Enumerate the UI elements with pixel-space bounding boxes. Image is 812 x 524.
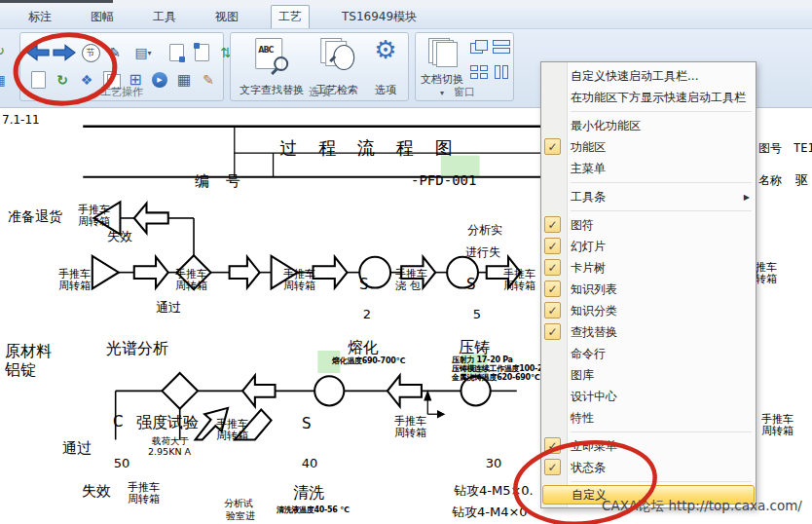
check-icon: ✓ — [544, 281, 561, 297]
doc-export-icon — [169, 44, 184, 61]
lab-note-2: 验室进 — [226, 509, 255, 523]
menu-item[interactable]: 命令行 — [541, 343, 756, 364]
menu-item[interactable]: 主菜单 — [541, 158, 756, 179]
flow-label-c: C — [113, 413, 123, 430]
clipped-refresh-icon[interactable]: ↻ — [0, 41, 9, 60]
node-number: 2 — [357, 307, 377, 321]
menu-item[interactable]: ✓查找替换 — [541, 321, 756, 343]
menu-separator — [541, 429, 756, 435]
tab-5[interactable]: 工艺 — [271, 5, 310, 28]
number-value: -PFD-001 — [411, 172, 476, 188]
tab-1[interactable]: 标注 — [21, 6, 58, 28]
nav-forward-button[interactable] — [53, 41, 76, 64]
node-number: 30 — [482, 456, 505, 470]
menu-item-label: 卡片树 — [571, 261, 606, 275]
cascade-windows-button[interactable] — [470, 40, 489, 55]
magnifier-icon — [274, 56, 288, 71]
cart-box-label: 手推车周转箱 — [175, 269, 207, 292]
cart-box-label: 手推车周转箱 — [58, 269, 91, 292]
menu-item-label: 图符 — [571, 218, 594, 232]
menu-item[interactable]: ✓幻灯片 — [541, 236, 756, 257]
tab-2[interactable]: 图幅 — [84, 6, 121, 28]
tile-grid-button[interactable] — [470, 65, 489, 80]
dropdown-icon: ▾ — [148, 49, 152, 57]
stamp-edit-button[interactable]: ▤ ▾ — [127, 41, 160, 64]
menu-item[interactable]: 工具条▶ — [541, 186, 756, 207]
drawing-title: 过 程 流 程 图 — [195, 136, 545, 160]
menu-item-label: 幻灯片 — [571, 240, 606, 253]
context-menu-items: 自定义快速启动工具栏...在功能区下方显示快速启动工具栏最小化功能区✓功能区主菜… — [541, 65, 756, 505]
cart-box-label: 手推车周转箱 — [503, 269, 535, 292]
flow-label-raw-material: 原材料铝锭 — [5, 342, 52, 379]
node-icon: 节 — [82, 44, 100, 62]
group-label: 工艺操作 — [20, 85, 223, 99]
doc-import-icon — [195, 44, 209, 61]
menu-item[interactable]: 图库 — [541, 364, 756, 386]
menu-item[interactable]: ✓知识列表 — [541, 279, 756, 300]
dwg-no-value: TE12 — [794, 141, 812, 155]
nav-back-button[interactable] — [26, 41, 50, 64]
menu-item-label: 功能区 — [571, 140, 606, 154]
flow-label-prep-return: 准备退货 — [8, 208, 62, 226]
tab-3[interactable]: 工具 — [146, 6, 183, 28]
group-window: 文档切换 ▾ 窗口 — [415, 32, 514, 101]
group-process-ops: 节 ✎ ▤ ▾ ⇅ ↻ ❖ ⊞ — [19, 32, 224, 101]
check-icon: ✓ — [544, 302, 561, 318]
node-number: 50 — [110, 456, 133, 470]
part-name-value: 驱 — [795, 171, 812, 189]
edit-card-button[interactable]: ✎ — [103, 41, 127, 64]
watermark: CAXA论坛 http://top.caxa.com/ — [602, 498, 802, 515]
cast-note-3: 金属浇铸温度620-690℃ — [452, 372, 539, 383]
menu-item-label: 命令行 — [571, 347, 606, 360]
menu-item-label: 查找替换 — [571, 325, 617, 339]
drill-note-2: 钻攻4-M4×0 — [452, 504, 528, 521]
menu-item[interactable]: 特性 — [541, 407, 756, 429]
doc-export-button[interactable] — [165, 41, 188, 64]
tab-6[interactable]: TS16949模块 — [335, 6, 424, 28]
flow-label-fail: 失效 — [82, 482, 111, 501]
menu-item[interactable]: ✓状态条 — [541, 457, 756, 478]
menu-item[interactable]: ✓知识分类 — [541, 300, 756, 321]
clipped-table-icon[interactable]: ▦ — [0, 70, 9, 90]
menu-item[interactable]: ✓卡片树 — [541, 257, 756, 279]
menu-item[interactable]: 设计中心 — [541, 386, 756, 407]
group-options: ABC 文字查找替换 工艺检索 ⚙ 选项 选项 — [230, 32, 409, 101]
flow-label-strength: 强度试验 — [136, 413, 199, 433]
node-button[interactable]: 节 — [79, 41, 102, 64]
frame-icon: ▤ — [134, 46, 147, 59]
tile-horizontal-button[interactable] — [493, 40, 511, 55]
menu-item[interactable]: ✓图符 — [541, 214, 756, 236]
menu-item[interactable]: ✓功能区 — [541, 136, 756, 158]
menu-item[interactable]: 在功能区下方显示快速启动工具栏 — [541, 87, 756, 108]
menu-item-label: 立即菜单 — [571, 439, 617, 453]
menu-separator — [541, 108, 756, 115]
flow-label-s: S — [302, 415, 312, 432]
wash-note: 清洗液温度40-56 ℃ — [277, 505, 349, 515]
flow-label-s: S — [466, 276, 476, 293]
flow-label-wash: 清洗 — [293, 483, 324, 504]
tab-4[interactable]: 视图 — [208, 6, 245, 28]
menu-separator — [541, 179, 756, 186]
partial-text: 进行失 — [465, 244, 500, 261]
check-icon: ✓ — [544, 238, 561, 254]
forward-arrow-icon — [53, 44, 76, 61]
check-icon: ✓ — [544, 437, 561, 454]
tile-vertical-button[interactable] — [493, 65, 511, 80]
menu-item-label: 知识分类 — [571, 304, 617, 318]
check-icon: ✓ — [544, 323, 561, 340]
cart-box-label: 手推车周转箱 — [78, 205, 110, 228]
flow-label-s: S — [359, 276, 369, 293]
menu-item[interactable]: 自定义快速启动工具栏... — [541, 65, 756, 87]
flow-label-pass: 通过 — [62, 439, 92, 458]
node-number: 40 — [298, 456, 321, 470]
menu-item[interactable]: ✓立即菜单 — [541, 435, 756, 457]
gear-icon: ⚙ — [374, 37, 396, 62]
menu-item-label: 在功能区下方显示快速启动工具栏 — [571, 91, 746, 104]
node-number: 5 — [467, 307, 487, 321]
menu-item-label: 工具条 — [571, 190, 606, 204]
melt-note: 熔化温度690-700℃ — [332, 356, 405, 366]
doc-switch-icon — [428, 38, 456, 67]
doc-import-button[interactable] — [190, 41, 213, 64]
pencil-icon: ✎ — [109, 46, 121, 59]
menu-item[interactable]: 最小化功能区 — [541, 115, 756, 136]
